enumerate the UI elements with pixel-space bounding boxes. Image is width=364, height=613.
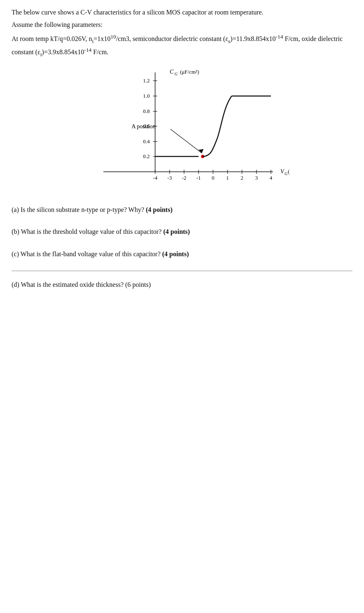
svg-text:3: 3 <box>255 175 258 181</box>
intro-line2: Assume the following parameters: <box>12 20 352 30</box>
question-d-points: (6 points) <box>125 281 151 288</box>
question-a-points: (4 points) <box>146 206 172 213</box>
svg-text:-3: -3 <box>168 175 172 181</box>
svg-text:(V): (V) <box>288 168 290 175</box>
svg-text:2: 2 <box>241 175 244 181</box>
question-a-text: Is the silicon substrate n-type or p-typ… <box>21 206 146 213</box>
question-a-label: (a) <box>12 206 19 213</box>
svg-text:0.2: 0.2 <box>143 153 150 159</box>
svg-text:G: G <box>175 72 177 76</box>
question-b-text: What is the threshold voltage value of t… <box>21 228 163 235</box>
svg-text:1.2: 1.2 <box>143 77 150 84</box>
question-c-points: (4 points) <box>162 250 189 257</box>
graph-container: 1.2 1.0 0.8 0.6 0.4 0.2 C G (μF/cm²) <box>12 66 352 195</box>
intro-line1: The below curve shows a C-V characterist… <box>12 7 352 17</box>
svg-text:-4: -4 <box>153 175 158 181</box>
question-d-text: What is the estimated oxide thickness? <box>21 281 125 288</box>
question-d: (d) What is the estimated oxide thicknes… <box>12 279 352 290</box>
svg-text:-2: -2 <box>182 175 187 181</box>
svg-text:C: C <box>170 69 174 75</box>
svg-text:V: V <box>280 168 285 175</box>
graph-wrap: 1.2 1.0 0.8 0.6 0.4 0.2 C G (μF/cm²) <box>74 66 290 195</box>
svg-text:A position: A position <box>132 123 156 130</box>
svg-text:0.8: 0.8 <box>143 108 150 114</box>
svg-text:(μF/cm²): (μF/cm²) <box>180 69 199 75</box>
svg-line-42 <box>170 129 202 153</box>
question-c: (c) What is the flat-band voltage value … <box>12 249 352 260</box>
svg-text:-1: -1 <box>196 175 201 181</box>
question-b: (b) What is the threshold voltage value … <box>12 226 352 237</box>
section-divider <box>12 271 352 271</box>
question-c-text: What is the flat-band voltage value of t… <box>20 250 162 257</box>
svg-text:0: 0 <box>212 175 215 181</box>
question-b-points: (4 points) <box>163 228 190 235</box>
svg-text:1: 1 <box>226 175 229 181</box>
question-a: (a) Is the silicon substrate n-type or p… <box>12 204 352 215</box>
question-b-label: (b) <box>12 228 19 235</box>
svg-text:4: 4 <box>270 175 273 181</box>
intro-params: At room temp kT/q=0.026V, ni=1x1010/cm3,… <box>12 32 352 59</box>
svg-text:1.0: 1.0 <box>143 93 150 99</box>
svg-text:G: G <box>285 171 287 176</box>
question-d-label: (d) <box>12 281 19 288</box>
question-c-label: (c) <box>12 250 19 257</box>
svg-text:0.4: 0.4 <box>143 138 150 144</box>
cv-chart: 1.2 1.0 0.8 0.6 0.4 0.2 C G (μF/cm²) <box>74 66 290 195</box>
